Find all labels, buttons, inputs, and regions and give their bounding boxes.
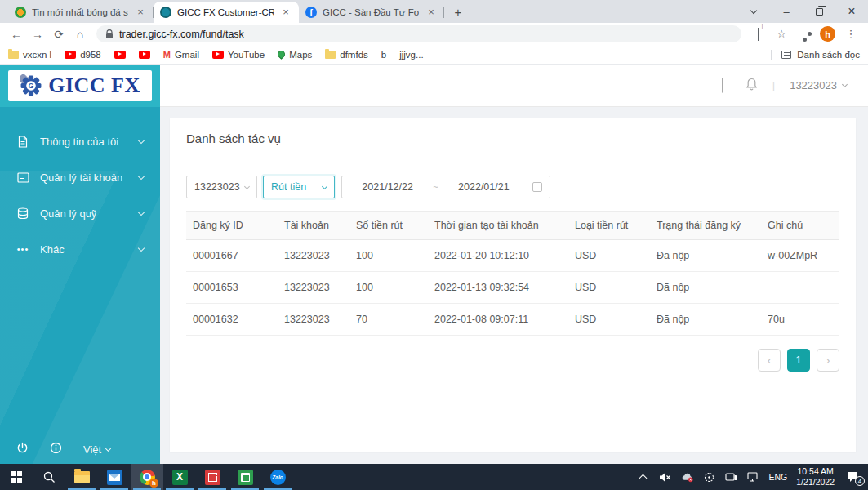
share-icon: [758, 28, 759, 41]
maps-pin-icon: [276, 49, 287, 60]
forward-button[interactable]: →: [28, 28, 47, 41]
tab-close-icon[interactable]: ×: [134, 6, 147, 19]
header-divider: |: [772, 79, 775, 91]
sidebar-item-fund-management[interactable]: Quản lý quỹ: [0, 195, 160, 231]
tab-news[interactable]: Tin mới nhất bóng đá sáng 21/1 ×: [8, 2, 154, 23]
column-header: Loại tiền rút: [568, 212, 650, 240]
youtube-icon: [139, 51, 150, 59]
bookmark-star-button[interactable]: ☆: [771, 28, 792, 40]
url-text: trader.gicc-fx.com/fund/task: [119, 29, 244, 40]
bookmark-item[interactable]: d958: [65, 50, 101, 60]
ellipsis-icon: •••: [16, 243, 29, 256]
youtube-icon: [65, 51, 76, 59]
page-1-button[interactable]: 1: [787, 349, 810, 372]
taskbar-excel[interactable]: X: [163, 464, 196, 490]
cell-amount: 100: [349, 272, 428, 304]
start-button[interactable]: [0, 464, 33, 490]
prev-page-button[interactable]: ‹: [758, 349, 781, 372]
notifications-button[interactable]: [746, 78, 758, 94]
bookmark-item[interactable]: vxcxn l: [8, 50, 51, 60]
back-button[interactable]: ←: [7, 28, 26, 41]
maximize-button[interactable]: [803, 0, 835, 23]
taskbar-file-explorer[interactable]: [65, 464, 98, 490]
file-explorer-icon: [74, 471, 90, 483]
bookmark-item[interactable]: [114, 51, 126, 59]
bookmark-item[interactable]: b: [381, 50, 386, 60]
taskbar-red-app[interactable]: [196, 464, 229, 490]
input-language-button[interactable]: ENG: [769, 472, 788, 482]
reload-button[interactable]: ⟳: [49, 28, 69, 41]
browser-menu-button[interactable]: ⋮: [840, 28, 861, 40]
date-to-value[interactable]: 2022/01/21: [438, 181, 529, 193]
taskbar-chrome[interactable]: h: [131, 464, 163, 490]
new-tab-button[interactable]: +: [447, 2, 469, 23]
home-button[interactable]: ⌂: [70, 28, 90, 41]
taskbar-zalo[interactable]: Zalo: [261, 464, 294, 490]
table-row[interactable]: 00001667 13223023 100 2022-01-20 10:12:1…: [186, 240, 839, 272]
logout-button[interactable]: [16, 442, 29, 457]
screen: Tin mới nhất bóng đá sáng 21/1 × GICC FX…: [0, 0, 868, 490]
taskbar-mail[interactable]: [98, 464, 131, 490]
tray-expand-button[interactable]: [637, 473, 650, 481]
cell-note: [761, 272, 839, 304]
news-favicon-icon: [15, 7, 26, 18]
bookmark-item[interactable]: dfmfds: [325, 50, 368, 60]
type-filter-select[interactable]: Rút tiền: [263, 176, 335, 198]
language-selector[interactable]: Việt: [83, 443, 110, 456]
pagination: ‹ 1 ›: [186, 349, 839, 372]
logo[interactable]: G GICC FX: [8, 70, 152, 101]
bookmark-item[interactable]: MGmail: [163, 50, 199, 60]
action-center-button[interactable]: 4: [844, 471, 861, 483]
taskbar-green-app[interactable]: [229, 464, 261, 490]
tab-close-icon[interactable]: ×: [279, 6, 292, 19]
cell-account: 13223023: [278, 304, 349, 336]
table-row[interactable]: 00001653 13223023 100 2022-01-13 09:32:5…: [186, 272, 839, 304]
column-header: Đăng ký ID: [186, 212, 278, 240]
gear-logo-icon: G: [20, 74, 42, 97]
bookmark-item[interactable]: YouTube: [212, 50, 265, 60]
tab-close-icon[interactable]: ×: [425, 6, 438, 19]
volume-muted-button[interactable]: [659, 472, 672, 483]
network-button[interactable]: [747, 472, 760, 482]
reading-list-button[interactable]: Danh sách đọc: [771, 50, 860, 60]
search-button[interactable]: [33, 464, 65, 490]
language-label: Việt: [83, 443, 101, 456]
clock[interactable]: 10:54 AM 1/21/2022: [796, 466, 835, 488]
account-dropdown[interactable]: 13223023: [790, 79, 847, 91]
close-button[interactable]: ×: [835, 0, 868, 23]
onedrive-button[interactable]: [681, 472, 694, 483]
minimize-button[interactable]: –: [770, 0, 803, 23]
tab-facebook[interactable]: f GICC - Sàn Đầu Tư Forex Thông ×: [299, 2, 444, 23]
cell-status: Đã nộp: [650, 240, 761, 272]
account-number: 13223023: [790, 79, 837, 91]
bookmark-item[interactable]: [139, 51, 150, 59]
calendar-button[interactable]: [719, 78, 731, 93]
share-button[interactable]: [748, 28, 769, 40]
info-button[interactable]: [50, 442, 62, 457]
date-range-picker[interactable]: 2021/12/22 ~ 2022/01/21: [341, 176, 550, 198]
sidebar-item-my-info[interactable]: Thông tin của tôi: [0, 123, 160, 159]
sidebar-item-account-management[interactable]: Quản lý tài khoản: [0, 159, 160, 195]
url-input[interactable]: trader.gicc-fx.com/fund/task: [96, 25, 741, 42]
bell-icon: [746, 78, 758, 91]
profile-avatar[interactable]: h: [820, 26, 835, 42]
tab-title: GICC FX Customer-CRM: [177, 7, 274, 17]
ink-workspace-button[interactable]: [703, 472, 716, 483]
logo-band: G GICC FX: [0, 65, 160, 107]
tab-gicc-crm[interactable]: GICC FX Customer-CRM ×: [154, 2, 299, 23]
tray-device-button[interactable]: [725, 473, 738, 482]
info-icon: [50, 442, 62, 454]
bookmark-label: d958: [80, 50, 101, 60]
date-from-value[interactable]: 2021/12/22: [342, 181, 433, 193]
sidebar-item-label: Thông tin của tôi: [40, 136, 139, 148]
bookmarks-bar: vxcxn l d958 MGmail YouTube Maps dfmfds …: [0, 45, 868, 65]
table-row[interactable]: 00001632 13223023 70 2022-01-08 09:07:11…: [186, 304, 839, 336]
bookmark-item[interactable]: Maps: [278, 50, 312, 60]
chevron-down-icon: [244, 183, 250, 189]
next-page-button[interactable]: ›: [817, 349, 839, 372]
sidebar-item-other[interactable]: ••• Khác: [0, 231, 160, 267]
tab-search-button[interactable]: [737, 0, 770, 23]
account-filter-select[interactable]: 13223023: [186, 176, 257, 198]
filter-bar: 13223023 Rút tiền 2021/12/22 ~ 2022/01/2…: [170, 158, 856, 211]
bookmark-item[interactable]: jjjvg...: [399, 50, 423, 60]
